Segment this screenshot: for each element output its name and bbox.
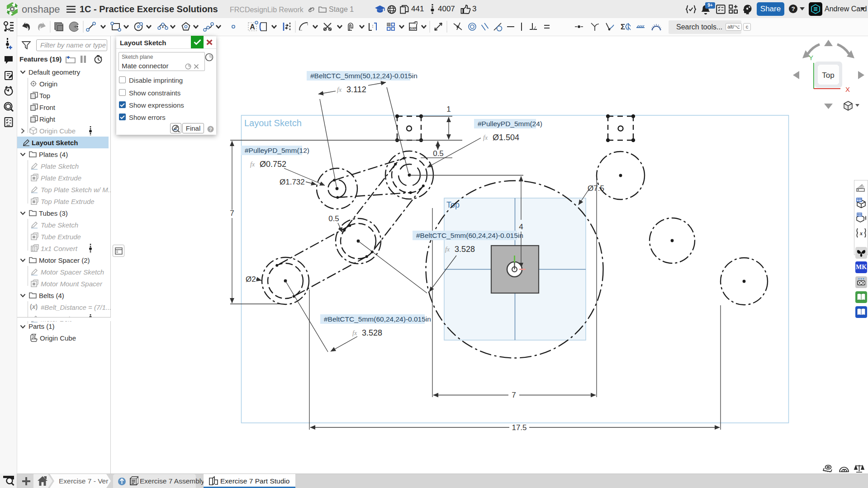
svg-text:Ø0.752: Ø0.752: [260, 160, 286, 169]
svg-text:3.112: 3.112: [346, 85, 366, 94]
svg-text:17.5: 17.5: [512, 423, 526, 432]
svg-text:fx: fx: [250, 161, 255, 168]
svg-text:0.5: 0.5: [433, 149, 444, 158]
svg-text:X: X: [845, 85, 850, 93]
svg-text:#BeltCTC_5mm(50,12,24)-0.015in: #BeltCTC_5mm(50,12,24)-0.015in: [310, 72, 417, 80]
svg-text:Layout Sketch: Layout Sketch: [244, 118, 302, 128]
svg-text:7: 7: [230, 209, 234, 218]
svg-text:x: x: [859, 230, 863, 237]
svg-text:fx: fx: [352, 330, 357, 336]
svg-text:?: ?: [791, 5, 795, 12]
svg-text:?: ?: [209, 127, 212, 132]
svg-text:A: A: [250, 23, 255, 31]
svg-text:4: 4: [519, 223, 523, 231]
svg-text:Ø1.504: Ø1.504: [493, 133, 519, 142]
svg-text:7: 7: [512, 391, 516, 399]
svg-text:#PulleyPD_5mm(24): #PulleyPD_5mm(24): [478, 120, 542, 128]
svg-text:#BeltCTC_5mm(60,24,24)-0.015in: #BeltCTC_5mm(60,24,24)-0.015in: [416, 232, 523, 239]
svg-text:1: 1: [446, 105, 451, 114]
svg-text:#PulleyPD_5mm(12): #PulleyPD_5mm(12): [245, 147, 309, 154]
svg-text:3.528: 3.528: [455, 245, 475, 254]
svg-text:0.5: 0.5: [328, 214, 339, 223]
svg-text:#BeltCTC_5mm(60,24,24)-0.015in: #BeltCTC_5mm(60,24,24)-0.015in: [324, 315, 431, 323]
svg-text:Ø7.5: Ø7.5: [588, 184, 604, 193]
svg-text:DXF: DXF: [410, 26, 417, 30]
svg-text:Y: Y: [809, 54, 813, 62]
svg-text:3.528: 3.528: [362, 328, 382, 337]
svg-text:fx: fx: [483, 134, 488, 141]
svg-text:Top: Top: [822, 71, 834, 80]
svg-text:fx: fx: [337, 86, 342, 93]
svg-text:fx: fx: [445, 246, 450, 253]
svg-text:Ø1.732: Ø1.732: [280, 178, 305, 186]
svg-text:Ø2: Ø2: [246, 275, 256, 284]
svg-text:Σ: Σ: [621, 23, 625, 31]
